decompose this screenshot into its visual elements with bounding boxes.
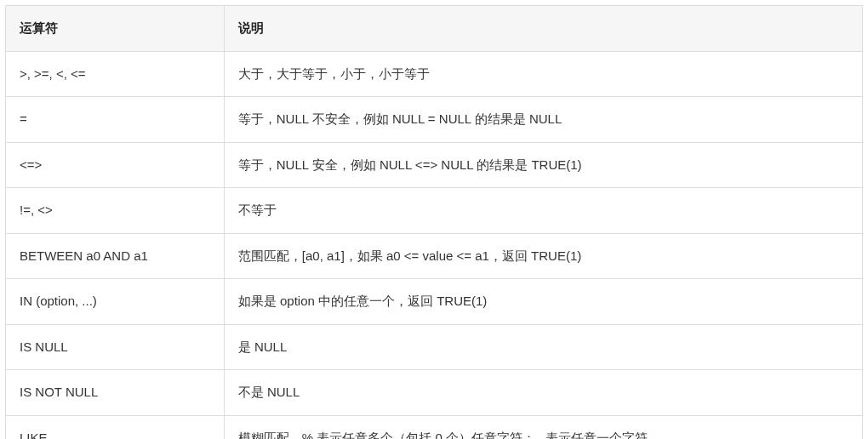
table-header-row: 运算符 说明 (6, 6, 863, 52)
table-row: <=> 等于，NULL 安全，例如 NULL <=> NULL 的结果是 TRU… (6, 142, 863, 188)
cell-description: 如果是 option 中的任意一个，返回 TRUE(1) (224, 279, 862, 325)
table-row: LIKE 模糊匹配。% 表示任意多个（包括 0 个）任意字符；_ 表示任意一个字… (6, 415, 863, 439)
cell-operator: IS NOT NULL (6, 370, 225, 416)
table-row: !=, <> 不等于 (6, 188, 863, 234)
cell-description: 是 NULL (224, 324, 862, 370)
cell-operator: >, >=, <, <= (6, 51, 225, 97)
header-operator: 运算符 (6, 6, 225, 52)
cell-operator: IN (option, ...) (6, 279, 225, 325)
cell-operator: LIKE (6, 415, 225, 439)
cell-description: 不等于 (224, 188, 862, 234)
cell-operator: BETWEEN a0 AND a1 (6, 233, 225, 279)
header-description: 说明 (224, 6, 862, 52)
cell-description: 模糊匹配。% 表示任意多个（包括 0 个）任意字符；_ 表示任意一个字符 (224, 415, 862, 439)
table-row: >, >=, <, <= 大于，大于等于，小于，小于等于 (6, 51, 863, 97)
cell-description: 不是 NULL (224, 370, 862, 416)
cell-description: 范围匹配，[a0, a1]，如果 a0 <= value <= a1，返回 TR… (224, 233, 862, 279)
table-row: IS NULL 是 NULL (6, 324, 863, 370)
cell-description: 大于，大于等于，小于，小于等于 (224, 51, 862, 97)
cell-operator: IS NULL (6, 324, 225, 370)
operators-table: 运算符 说明 >, >=, <, <= 大于，大于等于，小于，小于等于 = 等于… (5, 5, 863, 439)
cell-operator: <=> (6, 142, 225, 188)
cell-operator: = (6, 97, 225, 143)
cell-description: 等于，NULL 不安全，例如 NULL = NULL 的结果是 NULL (224, 97, 862, 143)
cell-description: 等于，NULL 安全，例如 NULL <=> NULL 的结果是 TRUE(1) (224, 142, 862, 188)
cell-operator: !=, <> (6, 188, 225, 234)
table-row: BETWEEN a0 AND a1 范围匹配，[a0, a1]，如果 a0 <=… (6, 233, 863, 279)
table-row: IN (option, ...) 如果是 option 中的任意一个，返回 TR… (6, 279, 863, 325)
table-row: IS NOT NULL 不是 NULL (6, 370, 863, 416)
table-row: = 等于，NULL 不安全，例如 NULL = NULL 的结果是 NULL (6, 97, 863, 143)
